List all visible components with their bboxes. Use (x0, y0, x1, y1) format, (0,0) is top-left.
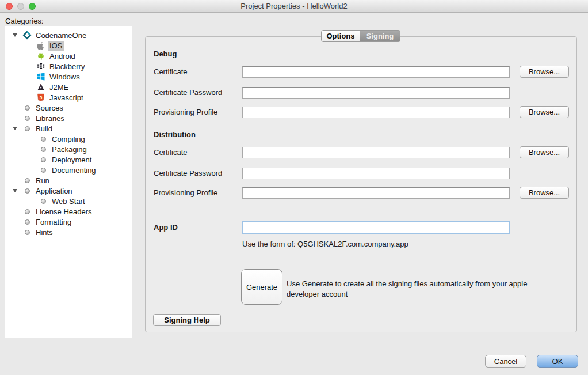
svg-text:5: 5 (40, 95, 43, 100)
cancel-button[interactable]: Cancel (485, 355, 526, 368)
window-title: Project Properties - HelloWorld2 (0, 2, 588, 10)
debug-certificate-label: Certificate (154, 66, 188, 78)
options-signing-tabs: Options Signing (321, 30, 400, 42)
tree-item-label: Formatting (34, 217, 73, 227)
debug-provisioning-profile-label: Provisioning Profile (154, 107, 217, 118)
tree-item-application[interactable]: Application (5, 185, 132, 196)
sphere-icon (36, 147, 50, 152)
categories-tree: CodenameOne IOS Android Blackberry Windo (5, 26, 132, 338)
tree-item-license-headers[interactable]: License Headers (5, 206, 132, 217)
distribution-section-header: Distribution (154, 130, 196, 139)
tree-item-libraries[interactable]: Libraries (5, 113, 132, 123)
tree-item-formatting[interactable]: Formatting (5, 217, 132, 227)
tree-item-label: Application (34, 186, 74, 196)
blackberry-icon (34, 62, 48, 70)
apple-icon (34, 41, 48, 50)
debug-certificate-browse-button[interactable]: Browse... (520, 66, 569, 78)
tree-item-android[interactable]: Android (5, 51, 132, 61)
debug-certificate-password-input[interactable] (242, 87, 510, 99)
sphere-icon (20, 188, 34, 194)
tree-item-web-start[interactable]: Web Start (5, 196, 132, 206)
tab-options[interactable]: Options (321, 30, 360, 42)
distribution-certificate-input[interactable] (242, 147, 510, 158)
sphere-icon (36, 199, 50, 204)
tree-item-label: Libraries (34, 113, 66, 123)
html5-icon: 5 (34, 93, 48, 101)
sphere-icon (20, 219, 34, 225)
windows-icon (34, 73, 48, 81)
tree-item-label: Compiling (50, 134, 87, 144)
generate-button[interactable]: Generate (241, 269, 282, 305)
distribution-certificate-browse-button[interactable]: Browse... (520, 146, 569, 158)
debug-provisioning-profile-browse-button[interactable]: Browse... (520, 106, 569, 118)
tree-item-label: Web Start (50, 196, 87, 206)
sphere-icon (36, 157, 50, 162)
distribution-certificate-label: Certificate (154, 147, 188, 158)
expander-icon[interactable] (10, 189, 20, 192)
distribution-provisioning-profile-browse-button[interactable]: Browse... (520, 187, 569, 199)
tree-item-codenameone[interactable]: CodenameOne (5, 30, 132, 40)
tree-item-windows[interactable]: Windows (5, 71, 132, 82)
distribution-provisioning-profile-input[interactable] (242, 187, 510, 199)
tree-item-label: Run (34, 176, 51, 185)
distribution-certificate-password-input[interactable] (242, 168, 510, 179)
tree-item-label: Documenting (50, 165, 98, 175)
project-properties-window: Project Properties - HelloWorld2 Categor… (0, 0, 588, 375)
debug-certificate-input[interactable] (242, 66, 510, 78)
app-id-hint: Use the form of: Q5GHSKAL2F.com.company.… (242, 240, 408, 248)
j2me-icon (34, 83, 48, 91)
distribution-certificate-password-label: Certificate Password (154, 168, 222, 179)
tree-item-label: J2ME (48, 82, 70, 92)
title-bar: Project Properties - HelloWorld2 (0, 0, 588, 13)
tree-item-packaging[interactable]: Packaging (5, 144, 132, 154)
tree-item-blackberry[interactable]: Blackberry (5, 61, 132, 71)
tree-item-label: Android (48, 51, 77, 61)
tree-item-documenting[interactable]: Documenting (5, 165, 132, 175)
tree-item-deployment[interactable]: Deployment (5, 154, 132, 165)
ok-button[interactable]: OK (537, 355, 578, 368)
expander-icon[interactable] (10, 33, 20, 37)
tree-item-label: License Headers (34, 207, 94, 217)
debug-provisioning-profile-input[interactable] (242, 107, 510, 118)
tree-item-run[interactable]: Run (5, 175, 132, 185)
tree-item-hints[interactable]: Hints (5, 227, 132, 237)
tree-item-label: Sources (34, 103, 65, 113)
tree-item-compiling[interactable]: Compiling (5, 134, 132, 144)
sphere-icon (20, 230, 34, 235)
sphere-icon (36, 137, 50, 142)
tree-item-label: Javascript (48, 93, 85, 103)
android-icon (34, 52, 48, 60)
sphere-icon (20, 126, 34, 131)
distribution-provisioning-profile-label: Provisioning Profile (154, 187, 217, 199)
tree-item-label: Deployment (50, 155, 93, 165)
tab-signing[interactable]: Signing (360, 30, 400, 42)
tree-item-build[interactable]: Build (5, 123, 132, 134)
sphere-icon (20, 209, 34, 214)
sphere-icon (20, 116, 34, 121)
tree-item-label: IOS (48, 41, 64, 51)
tree-item-label: Hints (34, 228, 55, 237)
tree-item-sources[interactable]: Sources (5, 103, 132, 113)
sphere-icon (20, 178, 34, 183)
expander-icon[interactable] (10, 127, 20, 130)
tree-item-label: CodenameOne (34, 31, 88, 40)
tree-item-j2me[interactable]: J2ME (5, 82, 132, 92)
debug-certificate-password-label: Certificate Password (154, 87, 222, 99)
debug-section-header: Debug (154, 50, 177, 58)
tree-item-ios[interactable]: IOS (5, 40, 132, 51)
tree-item-label: Blackberry (48, 62, 86, 71)
categories-label: Categories: (5, 17, 43, 25)
generate-description: Use Generate to create all the signing f… (287, 279, 562, 300)
sphere-icon (36, 168, 50, 173)
sphere-icon (20, 105, 34, 111)
app-id-label: App ID (154, 222, 178, 233)
tree-item-label: Windows (48, 72, 82, 82)
signing-help-button[interactable]: Signing Help (153, 314, 221, 326)
tree-item-label: Build (34, 124, 54, 134)
tree-item-javascript[interactable]: 5 Javascript (5, 92, 132, 103)
app-id-input[interactable] (242, 221, 510, 234)
signing-panel: Debug Certificate Browse... Certificate … (145, 36, 577, 332)
tree-item-label: Packaging (50, 145, 89, 154)
codenameone-icon (20, 30, 34, 40)
